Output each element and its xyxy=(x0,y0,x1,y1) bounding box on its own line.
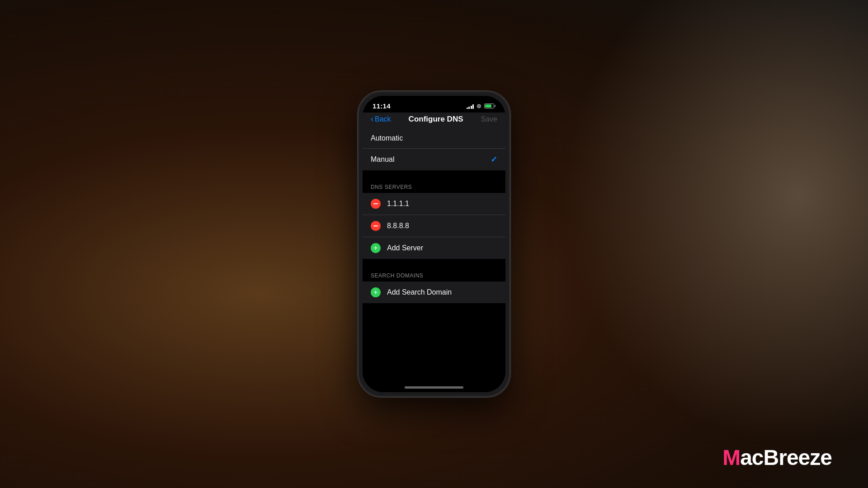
watermark: MacBreeze xyxy=(722,445,832,470)
status-time: 11:14 xyxy=(373,102,391,110)
dns-server-1[interactable]: 1.1.1.1 xyxy=(363,193,505,215)
section-divider-1 xyxy=(363,170,505,174)
add-search-domain-row[interactable]: + Add Search Domain xyxy=(363,282,505,303)
back-label[interactable]: Back xyxy=(375,115,391,123)
wifi-icon: ⊛ xyxy=(476,103,481,109)
dns-servers-header: DNS SERVERS xyxy=(363,174,505,193)
remove-server-2-icon[interactable] xyxy=(371,221,381,231)
dns-list: 1.1.1.1 8.8.8.8 + Add Server xyxy=(363,193,505,259)
watermark-m: M xyxy=(722,446,740,469)
automatic-label: Automatic xyxy=(371,134,403,142)
dns-servers-section: DNS SERVERS 1.1.1.1 8.8.8.8 + xyxy=(363,174,505,259)
search-domains-header: SEARCH DOMAINS xyxy=(363,263,505,282)
phone-device: 11:14 ⊛ xyxy=(357,90,511,398)
manual-label: Manual xyxy=(371,155,394,164)
add-search-domain-label: Add Search Domain xyxy=(387,288,452,296)
watermark-rest: acBreeze xyxy=(740,446,832,469)
nav-bar: ‹ Back Configure DNS Save xyxy=(363,113,505,128)
search-domains-list: + Add Search Domain xyxy=(363,282,505,303)
background-blur xyxy=(521,0,868,488)
phone-wrapper: 11:14 ⊛ xyxy=(357,90,511,398)
selected-checkmark-icon: ✓ xyxy=(491,155,497,164)
manual-option[interactable]: Manual ✓ xyxy=(363,149,505,170)
add-server-row[interactable]: + Add Server xyxy=(363,237,505,259)
phone-screen: 11:14 ⊛ xyxy=(363,96,505,392)
save-button[interactable]: Save xyxy=(481,115,497,123)
add-server-icon[interactable]: + xyxy=(371,243,381,253)
signal-icon xyxy=(467,103,474,109)
page-title: Configure DNS xyxy=(409,115,463,124)
battery-icon xyxy=(484,103,495,108)
status-icons: ⊛ xyxy=(467,103,496,109)
section-divider-2 xyxy=(363,259,505,263)
back-chevron-icon: ‹ xyxy=(371,114,373,124)
dns-address-1: 1.1.1.1 xyxy=(387,200,409,208)
search-domains-section: SEARCH DOMAINS + Add Search Domain xyxy=(363,263,505,303)
add-server-label: Add Server xyxy=(387,244,423,252)
back-button[interactable]: ‹ Back xyxy=(371,114,391,124)
dns-server-2[interactable]: 8.8.8.8 xyxy=(363,215,505,237)
automatic-option[interactable]: Automatic xyxy=(363,128,505,149)
dns-address-2: 8.8.8.8 xyxy=(387,222,409,230)
content-area[interactable]: Automatic Manual ✓ DNS SERVERS 1.1.1.1 xyxy=(363,128,505,392)
add-search-domain-icon[interactable]: + xyxy=(371,287,381,297)
home-indicator[interactable] xyxy=(405,386,463,389)
mode-section: Automatic Manual ✓ xyxy=(363,128,505,170)
remove-server-1-icon[interactable] xyxy=(371,199,381,209)
status-bar: 11:14 ⊛ xyxy=(363,96,505,113)
